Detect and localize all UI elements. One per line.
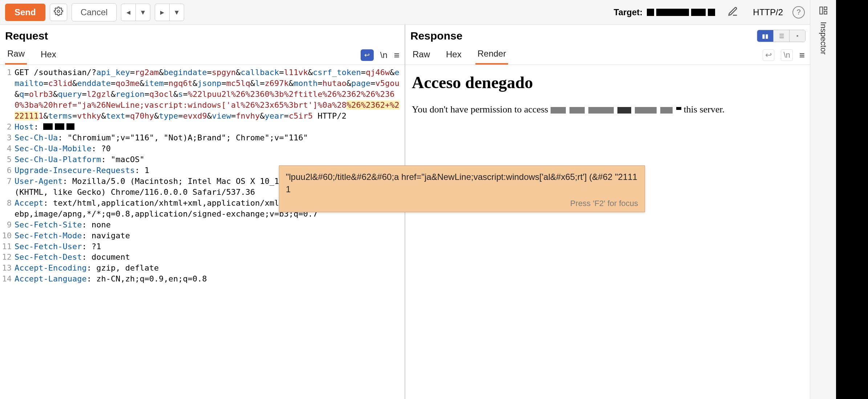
tooltip-hint: Press 'F2' for focus xyxy=(286,199,638,208)
request-title: Request xyxy=(5,30,48,42)
line-number: 5 xyxy=(0,154,15,165)
request-tab-raw[interactable]: Raw xyxy=(5,46,27,65)
edit-target-button[interactable] xyxy=(727,6,738,18)
render-redacted xyxy=(551,107,681,114)
line-number: 7 xyxy=(0,176,15,187)
svg-rect-2 xyxy=(824,7,827,10)
code-line[interactable]: 9Sec-Fetch-Site: none xyxy=(0,219,405,230)
code-line[interactable]: 14Accept-Language: zh-CN,zh;q=0.9,en;q=0… xyxy=(0,273,405,284)
decode-tooltip: "lpuu2l&#60;/title&#62&#60;a href="ja&Ne… xyxy=(279,165,645,212)
svg-rect-3 xyxy=(824,11,827,14)
protocol-label: HTTP/2 xyxy=(753,7,783,17)
hamburger-icon: ≡ xyxy=(799,50,805,61)
target-value-redacted xyxy=(647,7,723,18)
settings-button[interactable] xyxy=(50,4,67,21)
toolbar: Send Cancel ◂ ▾ ▸ ▾ Target: xyxy=(0,0,810,25)
code-line[interactable]: 12Sec-Fetch-Dest: document xyxy=(0,252,405,263)
code-line[interactable]: 10Sec-Fetch-Mode: navigate xyxy=(0,230,405,241)
line-number: 10 xyxy=(0,230,15,241)
question-icon: ? xyxy=(796,8,800,16)
target-label: Target: xyxy=(614,7,643,17)
response-menu-button[interactable]: ≡ xyxy=(799,50,805,61)
history-back-group: ◂ ▾ xyxy=(121,4,150,21)
line-number: 4 xyxy=(0,143,15,154)
line-number: 14 xyxy=(0,273,15,284)
gear-icon xyxy=(54,7,63,18)
line-number: 13 xyxy=(0,263,15,273)
chevron-left-icon: ◂ xyxy=(126,8,130,17)
code-line[interactable]: 5Sec-Ch-Ua-Platform: "macOS" xyxy=(0,154,405,165)
request-tabs: Raw Hex ↩ \n ≡ xyxy=(0,42,405,65)
line-number: 1 xyxy=(0,67,15,78)
caret-down-icon: ▾ xyxy=(175,8,179,17)
inspector-sidebar[interactable]: Inspector xyxy=(810,0,836,399)
code-line[interactable]: 3Sec-Ch-Ua: "Chromium";v="116", "Not)A;B… xyxy=(0,132,405,143)
hamburger-icon: ≡ xyxy=(394,50,399,61)
columns-icon: ▮▮ xyxy=(762,33,768,40)
chevron-right-icon: ▸ xyxy=(160,8,164,17)
back-button[interactable]: ◂ xyxy=(121,4,135,21)
response-tab-hex[interactable]: Hex xyxy=(444,46,464,64)
request-menu-button[interactable]: ≡ xyxy=(394,50,399,61)
window-edge xyxy=(836,0,868,399)
square-icon: ▪ xyxy=(796,33,799,39)
line-number: 12 xyxy=(0,252,15,263)
code-line[interactable]: 2Host: xyxy=(0,122,405,133)
inspector-icon xyxy=(819,6,828,15)
render-paragraph: You don't have permission to access this… xyxy=(412,103,803,116)
forward-button[interactable]: ▸ xyxy=(155,4,169,21)
code-line[interactable]: 4Sec-Ch-Ua-Mobile: ?0 xyxy=(0,143,405,154)
layout-toggle: ▮▮ ☰ ▪ xyxy=(757,30,806,42)
line-number: 8 xyxy=(0,198,15,209)
code-line[interactable]: 11Sec-Fetch-User: ?1 xyxy=(0,241,405,252)
layout-rows-button[interactable]: ☰ xyxy=(773,30,789,42)
response-tabs: Raw Hex Render ↩ \n ≡ xyxy=(405,42,810,65)
line-number: 2 xyxy=(0,122,15,132)
line-number: 6 xyxy=(0,165,15,176)
wrap-toggle-button[interactable]: ↩ xyxy=(361,49,374,61)
code-line[interactable]: 1GET /southasian/?api_key=rg2am&begindat… xyxy=(0,67,405,122)
response-render-body: Acceso denegado You don't have permissio… xyxy=(405,65,810,124)
back-dropdown[interactable]: ▾ xyxy=(135,4,150,21)
response-tab-render[interactable]: Render xyxy=(475,46,508,65)
request-tab-hex[interactable]: Hex xyxy=(38,46,58,64)
svg-rect-1 xyxy=(820,7,823,14)
line-number: 11 xyxy=(0,241,15,252)
inspector-label: Inspector xyxy=(819,22,828,55)
history-forward-group: ▸ ▾ xyxy=(155,4,184,21)
render-heading: Acceso denegado xyxy=(412,73,803,92)
response-wrap-button[interactable]: ↩ xyxy=(763,49,774,61)
show-newlines-button[interactable]: \n xyxy=(380,50,388,60)
help-button[interactable]: ? xyxy=(792,6,805,18)
response-tab-raw[interactable]: Raw xyxy=(410,46,432,64)
send-button[interactable]: Send xyxy=(5,4,45,21)
code-line[interactable]: 13Accept-Encoding: gzip, deflate xyxy=(0,263,405,273)
wrap-icon: ↩ xyxy=(765,50,772,59)
caret-down-icon: ▾ xyxy=(141,8,145,17)
forward-dropdown[interactable]: ▾ xyxy=(169,4,184,21)
wrap-icon: ↩ xyxy=(364,51,370,59)
layout-single-button[interactable]: ▪ xyxy=(789,30,805,42)
svg-point-0 xyxy=(57,10,60,12)
layout-columns-button[interactable]: ▮▮ xyxy=(757,30,773,42)
line-number: 9 xyxy=(0,219,15,230)
cancel-button[interactable]: Cancel xyxy=(72,3,117,21)
rows-icon: ☰ xyxy=(779,33,784,40)
line-number: 3 xyxy=(0,132,15,143)
tooltip-text: "lpuu2l&#60;/title&#62&#60;a href="ja&Ne… xyxy=(286,171,638,195)
response-title: Response xyxy=(410,30,462,42)
redacted-value xyxy=(43,122,77,133)
response-newlines-button[interactable]: \n xyxy=(781,49,792,61)
